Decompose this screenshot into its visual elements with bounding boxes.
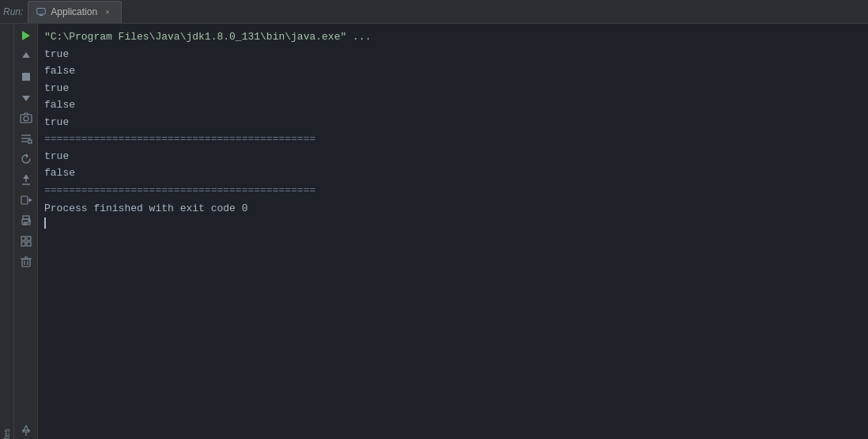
stop-button[interactable] xyxy=(17,68,35,85)
output-line-7: false xyxy=(44,165,862,182)
delete-button[interactable] xyxy=(17,253,35,271)
output-line-4: false xyxy=(44,97,862,114)
run-label: Run: xyxy=(3,6,23,17)
svg-marker-3 xyxy=(22,31,30,40)
exit-button[interactable] xyxy=(17,191,35,209)
svg-marker-19 xyxy=(29,198,32,202)
output-line-2: false xyxy=(44,62,862,80)
tab-title: Application xyxy=(51,6,97,17)
svg-rect-26 xyxy=(27,237,31,240)
output-line-3: true xyxy=(44,80,862,97)
list-button[interactable] xyxy=(17,130,35,147)
side-label-col: tes xyxy=(0,24,14,439)
svg-point-24 xyxy=(28,220,30,221)
svg-rect-22 xyxy=(24,222,28,223)
left-toolbar xyxy=(14,24,38,439)
scroll-down-button[interactable] xyxy=(17,89,35,106)
separator-1: ========================================… xyxy=(44,131,862,148)
left-panel: tes xyxy=(0,24,38,439)
layers-button[interactable] xyxy=(17,233,35,250)
tab-bar: Run: Application × xyxy=(0,0,868,24)
svg-rect-12 xyxy=(28,140,32,143)
separator-2: ========================================… xyxy=(44,182,862,199)
cursor xyxy=(44,218,46,229)
command-line: "C:\Program Files\Java\jdk1.8.0_131\bin\… xyxy=(44,28,862,46)
print-button[interactable] xyxy=(17,212,35,229)
output-line-5: true xyxy=(44,114,862,131)
svg-rect-28 xyxy=(27,242,31,246)
process-finished-line: Process finished with exit code 0 xyxy=(44,200,862,218)
output-line-1: true xyxy=(44,46,862,63)
svg-rect-21 xyxy=(23,216,29,219)
cursor-line xyxy=(44,218,862,229)
svg-marker-13 xyxy=(26,153,28,158)
screenshot-button[interactable] xyxy=(17,109,35,127)
application-tab[interactable]: Application × xyxy=(28,1,122,23)
refresh-button[interactable] xyxy=(17,150,35,168)
tab-icon xyxy=(36,7,46,17)
side-label: tes xyxy=(2,426,11,439)
svg-marker-15 xyxy=(23,175,29,179)
svg-rect-29 xyxy=(22,259,30,267)
svg-marker-4 xyxy=(22,52,30,58)
scroll-up-button[interactable] xyxy=(17,47,35,65)
svg-rect-27 xyxy=(21,242,25,246)
console-output: "C:\Program Files\Java\jdk1.8.0_131\bin\… xyxy=(38,24,868,439)
pin-button[interactable] xyxy=(17,422,35,439)
svg-rect-5 xyxy=(22,73,30,81)
svg-rect-17 xyxy=(21,196,28,204)
import-button[interactable] xyxy=(17,171,35,188)
main-area: tes xyxy=(0,24,868,439)
svg-rect-0 xyxy=(37,9,46,15)
svg-rect-25 xyxy=(21,237,25,240)
output-line-6: true xyxy=(44,148,862,165)
tab-close-button[interactable]: × xyxy=(102,6,113,17)
svg-point-8 xyxy=(24,116,28,121)
play-button[interactable] xyxy=(17,27,35,44)
svg-marker-6 xyxy=(22,96,30,101)
